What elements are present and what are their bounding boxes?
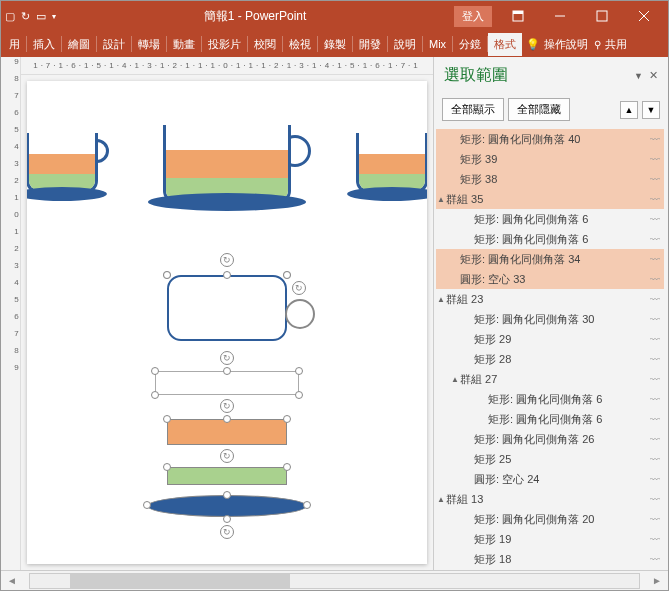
visibility-icon[interactable]: 〰 xyxy=(646,374,664,385)
twisty-icon[interactable]: ▲ xyxy=(436,195,446,204)
scroll-right-icon[interactable]: ► xyxy=(646,575,668,586)
tree-item[interactable]: 矩形 29〰 xyxy=(436,329,664,349)
save-icon[interactable]: ▢ xyxy=(5,10,15,23)
move-up-button[interactable]: ▲ xyxy=(620,101,638,119)
visibility-icon[interactable]: 〰 xyxy=(646,154,664,165)
visibility-icon[interactable]: 〰 xyxy=(646,354,664,365)
pane-title: 選取範圍 xyxy=(444,65,508,86)
tree-item[interactable]: 矩形 25〰 xyxy=(436,449,664,469)
ribbon-tab[interactable]: 檢視 xyxy=(283,33,317,56)
tree-item[interactable]: ▲群組 35〰 xyxy=(436,189,664,209)
tree-item[interactable]: ▲群組 27〰 xyxy=(436,369,664,389)
visibility-icon[interactable]: 〰 xyxy=(646,474,664,485)
ribbon-tab[interactable]: 校閱 xyxy=(248,33,282,56)
visibility-icon[interactable]: 〰 xyxy=(646,234,664,245)
tree-item[interactable]: 矩形: 圓角化同側角落 6〰 xyxy=(436,209,664,229)
tree-item[interactable]: 矩形: 圓角化同側角落 40〰 xyxy=(436,129,664,149)
rotate-handle-icon[interactable]: ↻ xyxy=(292,281,306,295)
tree-item[interactable]: 矩形 39〰 xyxy=(436,149,664,169)
ribbon-tab[interactable]: 動畫 xyxy=(167,33,201,56)
tree-item[interactable]: 圓形: 空心 24〰 xyxy=(436,469,664,489)
pane-menu-icon[interactable]: ▼ xyxy=(634,71,643,81)
minimize-button[interactable] xyxy=(540,2,580,30)
tree-item[interactable]: 矩形 18〰 xyxy=(436,549,664,569)
ribbon-tab[interactable]: 說明 xyxy=(388,33,422,56)
tell-me[interactable]: 操作說明 xyxy=(544,37,588,52)
twisty-icon[interactable]: ▲ xyxy=(436,295,446,304)
visibility-icon[interactable]: 〰 xyxy=(646,294,664,305)
start-slideshow-icon[interactable]: ▭ xyxy=(36,10,46,23)
tree-item[interactable]: 矩形 28〰 xyxy=(436,349,664,369)
visibility-icon[interactable]: 〰 xyxy=(646,554,664,565)
pane-close-icon[interactable]: ✕ xyxy=(649,69,658,82)
cup-shape[interactable] xyxy=(147,111,307,211)
visibility-icon[interactable]: 〰 xyxy=(646,514,664,525)
ribbon-tab[interactable]: 投影片 xyxy=(202,33,247,56)
visibility-icon[interactable]: 〰 xyxy=(646,174,664,185)
visibility-icon[interactable]: 〰 xyxy=(646,414,664,425)
ribbon-tab[interactable]: Mix xyxy=(423,34,452,54)
rotate-handle-icon[interactable]: ↻ xyxy=(220,399,234,413)
visibility-icon[interactable]: 〰 xyxy=(646,254,664,265)
ribbon-tab[interactable]: 分鏡 xyxy=(453,33,487,56)
tree-item[interactable]: 矩形: 圓角化同側角落 26〰 xyxy=(436,429,664,449)
ribbon-tab[interactable]: 格式 xyxy=(488,33,522,56)
ribbon-options-button[interactable] xyxy=(498,2,538,30)
visibility-icon[interactable]: 〰 xyxy=(646,454,664,465)
ribbon-tab[interactable]: 開發 xyxy=(353,33,387,56)
rotate-handle-icon[interactable]: ↻ xyxy=(220,525,234,539)
close-button[interactable] xyxy=(624,2,664,30)
horizontal-scrollbar[interactable] xyxy=(29,573,640,589)
tree-item[interactable]: 圓形: 空心 33〰 xyxy=(436,269,664,289)
ribbon-tab[interactable]: 錄製 xyxy=(318,33,352,56)
tree-item[interactable]: 矩形: 圓角化同側角落 6〰 xyxy=(436,409,664,429)
ribbon-tab[interactable]: 插入 xyxy=(27,33,61,56)
tree-item[interactable]: 矩形 38〰 xyxy=(436,169,664,189)
visibility-icon[interactable]: 〰 xyxy=(646,494,664,505)
ribbon-tab[interactable]: 轉場 xyxy=(132,33,166,56)
visibility-icon[interactable]: 〰 xyxy=(646,134,664,145)
shape-rect[interactable] xyxy=(167,467,287,485)
vertical-ruler: 9876543210123456789 xyxy=(1,57,21,570)
share-button[interactable]: 共用 xyxy=(605,37,627,52)
tree-item[interactable]: 矩形 19〰 xyxy=(436,529,664,549)
rotate-handle-icon[interactable]: ↻ xyxy=(220,351,234,365)
login-badge[interactable]: 登入 xyxy=(454,6,492,27)
visibility-icon[interactable]: 〰 xyxy=(646,334,664,345)
visibility-icon[interactable]: 〰 xyxy=(646,194,664,205)
selection-tree[interactable]: 矩形: 圓角化同側角落 40〰矩形 39〰矩形 38〰▲群組 35〰矩形: 圓角… xyxy=(434,127,668,570)
slide-canvas[interactable]: ↻ ↻ ↻ ↻ ↻ xyxy=(27,81,427,564)
redo-icon[interactable]: ↻ xyxy=(21,10,30,23)
scroll-left-icon[interactable]: ◄ xyxy=(1,575,23,586)
visibility-icon[interactable]: 〰 xyxy=(646,314,664,325)
tree-item[interactable]: 矩形: 圓角化同側角落 6〰 xyxy=(436,229,664,249)
cup-shape[interactable] xyxy=(347,121,427,201)
tree-item[interactable]: 矩形: 圓角化同側角落 30〰 xyxy=(436,309,664,329)
hide-all-button[interactable]: 全部隱藏 xyxy=(508,98,570,121)
shape-ring[interactable] xyxy=(285,299,315,329)
visibility-icon[interactable]: 〰 xyxy=(646,534,664,545)
tree-item[interactable]: 矩形: 圓角化同側角落 34〰 xyxy=(436,249,664,269)
twisty-icon[interactable]: ▲ xyxy=(436,495,446,504)
ribbon-tab[interactable]: 用 xyxy=(3,33,26,56)
ribbon-tab[interactable]: 繪圖 xyxy=(62,33,96,56)
shape-rounded-rect[interactable] xyxy=(167,275,287,341)
twisty-icon[interactable]: ▲ xyxy=(450,375,460,384)
tree-item[interactable]: ▲群組 23〰 xyxy=(436,289,664,309)
move-down-button[interactable]: ▼ xyxy=(642,101,660,119)
cup-shape[interactable] xyxy=(27,121,107,201)
selected-shapes[interactable]: ↻ ↻ ↻ ↻ ↻ xyxy=(137,271,317,551)
visibility-icon[interactable]: 〰 xyxy=(646,394,664,405)
show-all-button[interactable]: 全部顯示 xyxy=(442,98,504,121)
visibility-icon[interactable]: 〰 xyxy=(646,214,664,225)
tree-item[interactable]: 矩形: 圓角化同側角落 20〰 xyxy=(436,509,664,529)
maximize-button[interactable] xyxy=(582,2,622,30)
visibility-icon[interactable]: 〰 xyxy=(646,274,664,285)
rotate-handle-icon[interactable]: ↻ xyxy=(220,253,234,267)
tree-item[interactable]: ▲群組 13〰 xyxy=(436,489,664,509)
tree-item-label: 圓形: 空心 33 xyxy=(460,272,646,287)
ribbon-tab[interactable]: 設計 xyxy=(97,33,131,56)
tree-item[interactable]: 矩形: 圓角化同側角落 6〰 xyxy=(436,389,664,409)
visibility-icon[interactable]: 〰 xyxy=(646,434,664,445)
rotate-handle-icon[interactable]: ↻ xyxy=(220,449,234,463)
